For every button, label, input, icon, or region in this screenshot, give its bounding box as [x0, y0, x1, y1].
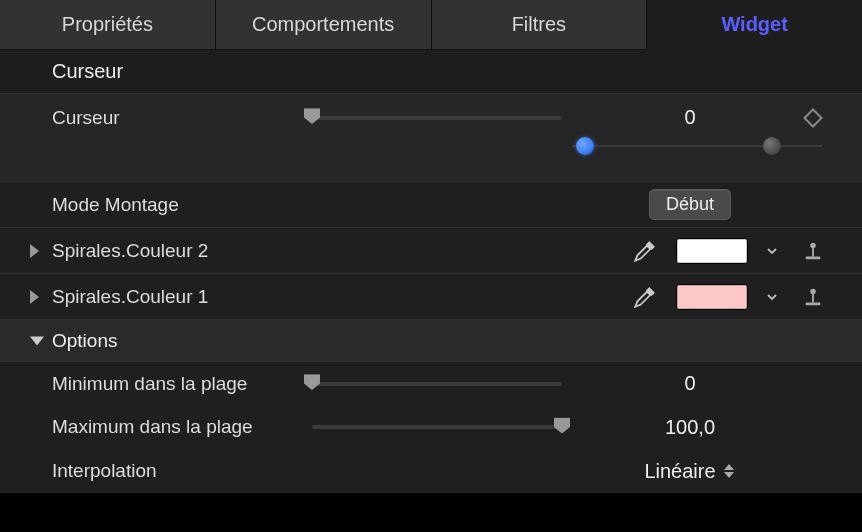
eyedropper-icon[interactable] — [632, 238, 658, 264]
max-range-value[interactable]: 100,0 — [592, 416, 788, 439]
row-cursor: Curseur 0 — [0, 93, 862, 141]
label-options: Options — [52, 330, 312, 352]
snapshot-marker-start[interactable] — [576, 137, 594, 155]
snapshot-marker-b[interactable] — [763, 137, 781, 155]
row-max-range: Maximum dans la plage 100,0 — [0, 405, 862, 449]
rig-icon[interactable] — [802, 286, 824, 308]
label-interpolation: Interpolation — [52, 460, 312, 482]
edit-mode-button[interactable]: Début — [649, 189, 731, 220]
svg-rect-1 — [812, 247, 814, 256]
color-well-couleur2[interactable] — [676, 238, 748, 264]
label-param-couleur1: Spirales.Couleur 1 — [52, 286, 312, 308]
svg-rect-4 — [812, 293, 814, 302]
svg-rect-3 — [806, 302, 821, 305]
tab-filters[interactable]: Filtres — [432, 0, 648, 50]
inspector-tabs: Propriétés Comportements Filtres Widget — [0, 0, 862, 50]
label-edit-mode: Mode Montage — [52, 194, 312, 216]
min-range-value[interactable]: 0 — [592, 372, 788, 395]
row-options-header[interactable]: Options — [0, 319, 862, 361]
tab-widget[interactable]: Widget — [647, 0, 862, 50]
min-range-slider[interactable] — [312, 362, 592, 405]
label-cursor: Curseur — [52, 107, 312, 129]
row-edit-mode: Mode Montage Début — [0, 181, 862, 227]
row-param-couleur2: Spirales.Couleur 2 — [0, 227, 862, 273]
color-menu-couleur1[interactable] — [766, 291, 778, 303]
snapshot-track[interactable] — [572, 141, 822, 171]
disclosure-couleur2[interactable] — [30, 244, 39, 258]
label-max-range: Maximum dans la plage — [52, 416, 312, 438]
disclosure-couleur1[interactable] — [30, 290, 39, 304]
eyedropper-icon[interactable] — [632, 284, 658, 310]
tab-properties[interactable]: Propriétés — [0, 0, 216, 50]
color-well-couleur1[interactable] — [676, 284, 748, 310]
row-param-couleur1: Spirales.Couleur 1 — [0, 273, 862, 319]
svg-rect-0 — [806, 256, 821, 259]
max-range-slider[interactable] — [312, 405, 592, 449]
keyframe-icon[interactable] — [803, 108, 823, 128]
color-menu-couleur2[interactable] — [766, 245, 778, 257]
row-interpolation: Interpolation Linéaire — [0, 449, 862, 493]
label-min-range: Minimum dans la plage — [52, 373, 312, 395]
rig-icon[interactable] — [802, 240, 824, 262]
interpolation-dropdown[interactable]: Linéaire — [644, 460, 735, 483]
label-param-couleur2: Spirales.Couleur 2 — [52, 240, 312, 262]
disclosure-options[interactable] — [30, 336, 44, 345]
cursor-value[interactable]: 0 — [592, 106, 788, 129]
svg-point-5 — [810, 288, 816, 294]
tab-behaviors[interactable]: Comportements — [216, 0, 432, 50]
row-cursor-snapshots — [0, 141, 862, 181]
interpolation-value: Linéaire — [644, 460, 715, 483]
inspector-panel: Propriétés Comportements Filtres Widget … — [0, 0, 862, 493]
section-title: Curseur — [0, 50, 862, 93]
updown-icon — [724, 462, 736, 480]
max-range-thumb[interactable] — [554, 417, 570, 433]
svg-point-2 — [810, 242, 816, 248]
cursor-slider[interactable] — [312, 94, 592, 141]
row-min-range: Minimum dans la plage 0 — [0, 361, 862, 405]
